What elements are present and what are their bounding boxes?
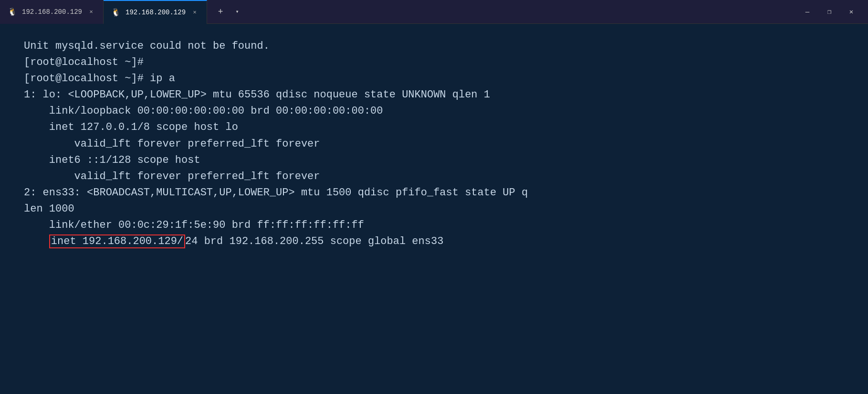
tab-2[interactable]: 🐧 192.168.200.129 ✕ xyxy=(104,0,207,24)
terminal-line-1: Unit mysqld.service could not be found. xyxy=(24,38,844,54)
terminal-line-13: inet 192.168.200.129/24 brd 192.168.200.… xyxy=(24,234,844,250)
titlebar-controls: + ▾ xyxy=(207,4,249,20)
tab1-close-button[interactable]: ✕ xyxy=(87,8,95,16)
terminal-line-11: len 1000 xyxy=(24,201,844,217)
terminal-line-3: [root@localhost ~]# ip a xyxy=(24,71,844,87)
tab2-label: 192.168.200.129 xyxy=(125,9,186,16)
minimize-button[interactable]: — xyxy=(796,0,818,24)
terminal-line-7: valid_lft forever preferred_lft forever xyxy=(24,136,844,152)
tab-dropdown-button[interactable]: ▾ xyxy=(231,6,243,18)
terminal-line-9: valid_lft forever preferred_lft forever xyxy=(24,169,844,185)
terminal-line-4: 1: lo: <LOOPBACK,UP,LOWER_UP> mtu 65536 … xyxy=(24,87,844,103)
tab2-close-button[interactable]: ✕ xyxy=(190,8,199,17)
new-tab-button[interactable]: + xyxy=(213,4,228,20)
close-window-button[interactable]: ✕ xyxy=(840,0,862,24)
linux-icon-tab2: 🐧 xyxy=(111,8,121,17)
titlebar: 🐧 192.168.200.129 ✕ 🐧 192.168.200.129 ✕ … xyxy=(0,0,868,24)
terminal-line-6: inet 127.0.0.1/8 scope host lo xyxy=(24,119,844,136)
terminal-line-12: link/ether 00:0c:29:1f:5e:90 brd ff:ff:f… xyxy=(24,217,844,234)
window-controls: — ❐ ✕ xyxy=(791,0,868,24)
terminal-area[interactable]: Unit mysqld.service could not be found. … xyxy=(0,24,868,394)
tab-1[interactable]: 🐧 192.168.200.129 ✕ xyxy=(0,0,104,24)
linux-icon-tab1: 🐧 xyxy=(8,7,17,17)
terminal-line-10: 2: ens33: <BROADCAST,MULTICAST,UP,LOWER_… xyxy=(24,185,844,201)
tab1-label: 192.168.200.129 xyxy=(22,8,82,16)
terminal-line-5: link/loopback 00:00:00:00:00:00 brd 00:0… xyxy=(24,103,844,119)
terminal-line-8: inet6 ::1/128 scope host xyxy=(24,152,844,169)
terminal-line-2: [root@localhost ~]# xyxy=(24,54,844,71)
highlighted-inet-address: inet 192.168.200.129/ xyxy=(49,234,185,248)
maximize-button[interactable]: ❐ xyxy=(818,0,840,24)
